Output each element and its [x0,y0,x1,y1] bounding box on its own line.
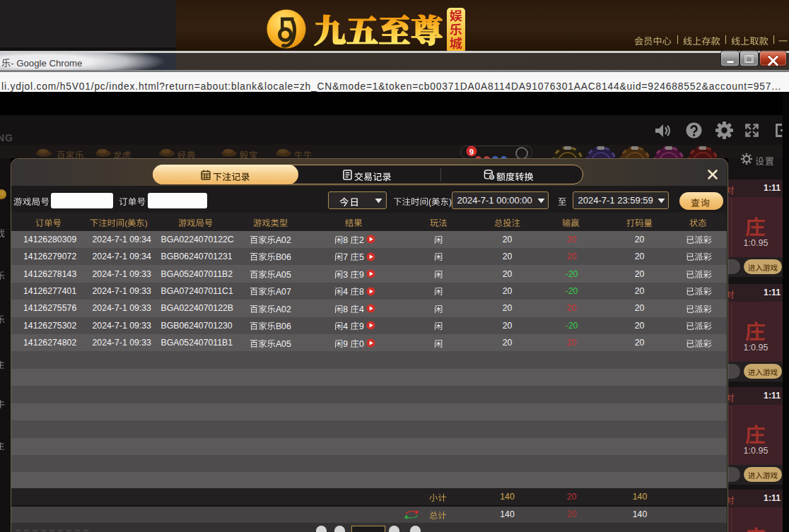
svg-text:): ) [145,218,148,227]
svg-text:5: 5 [358,252,363,262]
svg-text:2: 2 [358,235,363,245]
svg-text:(: ( [124,218,127,227]
svg-text:9: 9 [343,339,348,349]
svg-text:8: 8 [343,305,348,314]
svg-text:9: 9 [358,270,363,280]
svg-text:(: ( [428,197,431,207]
svg-text:A02: A02 [275,235,291,245]
svg-text:A05: A05 [275,270,291,280]
svg-text:B06: B06 [275,252,291,262]
svg-text:9: 9 [358,321,363,331]
svg-text:A02: A02 [275,305,291,314]
svg-text:A07: A07 [275,287,291,297]
svg-text:4: 4 [343,287,348,297]
svg-text:9: 9 [469,148,474,156]
svg-text:3: 3 [343,270,348,280]
svg-text:- Google Chrome: - Google Chrome [11,58,82,69]
svg-text:8: 8 [358,287,363,297]
svg-text:A05: A05 [275,339,291,349]
svg-text:4: 4 [358,305,363,314]
svg-text:0: 0 [358,339,363,349]
svg-text:8: 8 [343,235,348,245]
svg-text:): ) [449,197,452,207]
svg-text:4: 4 [343,321,348,331]
svg-text:B06: B06 [275,321,291,331]
svg-text:0: 0 [490,174,493,180]
svg-text:7: 7 [343,252,348,262]
